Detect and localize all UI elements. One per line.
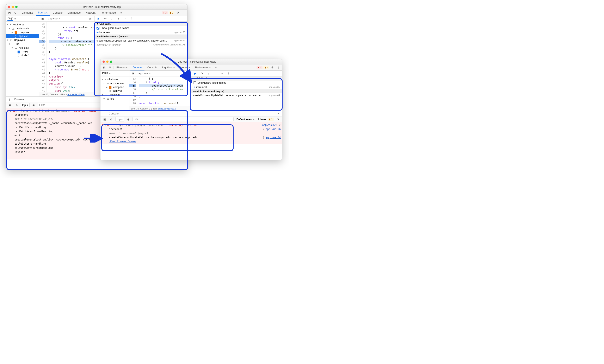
tree-item[interactable]: ▸ ▇compone	[101, 85, 129, 89]
tree-item[interactable]: ▾ ⬡Deployed	[101, 93, 129, 97]
clear-console-icon[interactable]: ⊘	[14, 102, 19, 108]
code-editor[interactable]: 3031323334353637383940414243444546474849…	[39, 22, 94, 92]
tab-console[interactable]: Console	[51, 10, 65, 15]
close-icon[interactable]	[102, 61, 105, 63]
tab-lighthouse[interactable]: Lighthouse	[160, 65, 177, 70]
live-expression-icon[interactable]: ◉	[126, 117, 131, 122]
context-selector[interactable]: top ▾	[21, 103, 30, 107]
zoom-icon[interactable]	[110, 61, 112, 63]
more-tabs-icon[interactable]: »	[213, 65, 218, 70]
tree-item[interactable]: ▾ ▭top	[101, 97, 129, 101]
more-icon[interactable]: »	[109, 72, 111, 75]
tree-item[interactable]: ▯(index)	[6, 53, 39, 57]
inspect-icon[interactable]: ◩	[102, 65, 107, 70]
step-out-icon[interactable]: ↑	[213, 71, 218, 76]
sourcemap-link[interactable]: entry.d9e108e9.j	[67, 93, 85, 96]
tab-performance[interactable]: Performance	[98, 10, 118, 15]
show-ignored-checkbox[interactable]: Show ignore-listed frames	[191, 81, 282, 85]
tab-sources[interactable]: Sources	[36, 10, 50, 16]
settings-icon[interactable]: ⚙	[270, 65, 275, 70]
tree-item[interactable]: ▾ ⬡Deployed	[6, 38, 39, 42]
close-tab-icon[interactable]: ×	[149, 72, 151, 75]
page-tab[interactable]: Page	[7, 17, 13, 21]
device-icon[interactable]: ⧉	[13, 10, 18, 15]
kebab-icon[interactable]: ⋮	[32, 16, 37, 21]
error-url[interactable]: https://jec.fyi/api/random-number	[115, 123, 165, 127]
log-levels[interactable]: Default levels ▾	[235, 117, 256, 121]
context-selector[interactable]: top ▾	[115, 117, 124, 121]
show-more-frames[interactable]: Show 7 more frames	[109, 140, 136, 143]
tree-item[interactable]: ▯app.vue	[101, 89, 129, 93]
zoom-icon[interactable]	[15, 6, 18, 8]
step-icon[interactable]: →	[219, 71, 224, 76]
source-link[interactable]: app.vue:26	[266, 128, 281, 131]
issues-badge[interactable]: 1 Issue: ▮ 1	[258, 118, 274, 121]
editor-tab-appvue[interactable]: app.vue ×	[137, 71, 152, 76]
resume-icon[interactable]: ▶	[96, 16, 101, 21]
tab-network[interactable]: Network	[84, 10, 98, 15]
sidebar-toggle-icon[interactable]: ▣	[102, 117, 107, 122]
stack-frame[interactable]: createVNode.onUpdateVal._cache.<computed…	[191, 93, 282, 97]
error-url[interactable]: https://jec.fyi/api/random-number	[21, 109, 70, 113]
kebab-icon[interactable]: ⋮	[276, 65, 281, 70]
more-icon[interactable]: »	[14, 17, 16, 20]
editor-tab-appvue[interactable]: app.vue ×	[46, 16, 62, 21]
toggle-sidebar-icon[interactable]: ▣	[131, 71, 136, 76]
tree-item[interactable]: ▾ ☁nuxi-counte	[101, 81, 129, 85]
call-stack-header[interactable]: ▼ Call Stack	[94, 22, 187, 26]
stack-frame[interactable]: callWithErrorHandlingruntime-core.es…bun…	[94, 43, 187, 47]
code-editor[interactable]: 3334353637383940 }); } finally { counter…	[129, 76, 191, 106]
tab-performance[interactable]: Performance	[193, 65, 213, 70]
console-filter-input[interactable]	[133, 117, 234, 121]
tab-sources[interactable]: Sources	[130, 64, 144, 71]
warning-counter[interactable]: ▮ 1	[263, 66, 269, 69]
close-icon[interactable]	[8, 6, 10, 8]
toggle-sidebar-icon[interactable]: ▣	[40, 16, 45, 21]
stack-frame[interactable]: createVNode.onUpdateVal._cache.<computed…	[94, 39, 187, 43]
console-prompt[interactable]: ›	[101, 145, 282, 150]
minimize-icon[interactable]	[106, 61, 109, 63]
warning-counter[interactable]: ▮ 2	[169, 11, 175, 14]
source-link[interactable]: app.vue:44	[266, 136, 281, 139]
show-ignored-checkbox[interactable]: Show ignore-listed frames	[94, 26, 187, 30]
drawer-tab-console[interactable]: Console	[12, 97, 26, 102]
tab-console[interactable]: Console	[145, 65, 159, 70]
error-counter[interactable]: ● 3	[162, 11, 168, 14]
close-drawer-icon[interactable]: ×	[276, 111, 281, 116]
kebab-icon[interactable]: ⋮	[7, 97, 12, 102]
sidebar-toggle-icon[interactable]: ▣	[7, 102, 13, 108]
kebab-icon[interactable]: ⋮	[102, 111, 107, 116]
error-counter[interactable]: ● 2	[256, 66, 263, 69]
deactivate-icon[interactable]: ⌇	[129, 16, 134, 21]
stack-frame[interactable]: ➔incrementapp.vue:35	[191, 85, 282, 89]
tree-item[interactable]: ▇_nuxt	[6, 50, 39, 53]
clear-console-icon[interactable]: ⊘	[109, 117, 114, 122]
tab-network[interactable]: Network	[178, 65, 192, 70]
sourcemap-link[interactable]: entry.d9e108e9.j	[158, 108, 176, 110]
tab-elements[interactable]: Elements	[20, 10, 35, 15]
step-icon[interactable]: →	[123, 16, 127, 21]
tab-lighthouse[interactable]: Lighthouse	[65, 10, 83, 15]
step-over-icon[interactable]: ↷	[200, 71, 204, 76]
stack-frame[interactable]: await in increment (async)	[191, 89, 282, 93]
source-link[interactable]: app.vue:26	[262, 123, 277, 126]
call-stack-header[interactable]: ▼ Call Stack	[191, 76, 282, 81]
tree-item[interactable]: ▯app.vue	[6, 34, 39, 38]
minimize-icon[interactable]	[12, 6, 14, 8]
tree-item[interactable]: ▾ < >Authored	[101, 77, 129, 81]
drawer-tab-console[interactable]: Console	[107, 111, 121, 116]
kebab-icon[interactable]: ⋮	[123, 71, 127, 76]
tree-item[interactable]: ▾ ▭top	[6, 42, 39, 46]
resume-icon[interactable]: ▶	[193, 71, 198, 76]
tree-item[interactable]: ▾ < >Authored	[6, 23, 39, 26]
step-into-icon[interactable]: ↓	[109, 16, 114, 21]
tab-elements[interactable]: Elements	[114, 65, 130, 70]
stack-frame[interactable]: await in increment (async)	[94, 35, 187, 39]
more-tabs-icon[interactable]: »	[119, 10, 124, 15]
live-expression-icon[interactable]: ◉	[31, 102, 36, 108]
deactivate-icon[interactable]: ⌇	[226, 71, 231, 76]
tree-item[interactable]: ▾ ☁nuxi-cour	[6, 46, 39, 50]
close-tab-icon[interactable]: ×	[59, 17, 60, 20]
kebab-icon[interactable]: ⋮	[181, 10, 186, 15]
device-icon[interactable]: ⧉	[107, 65, 113, 70]
